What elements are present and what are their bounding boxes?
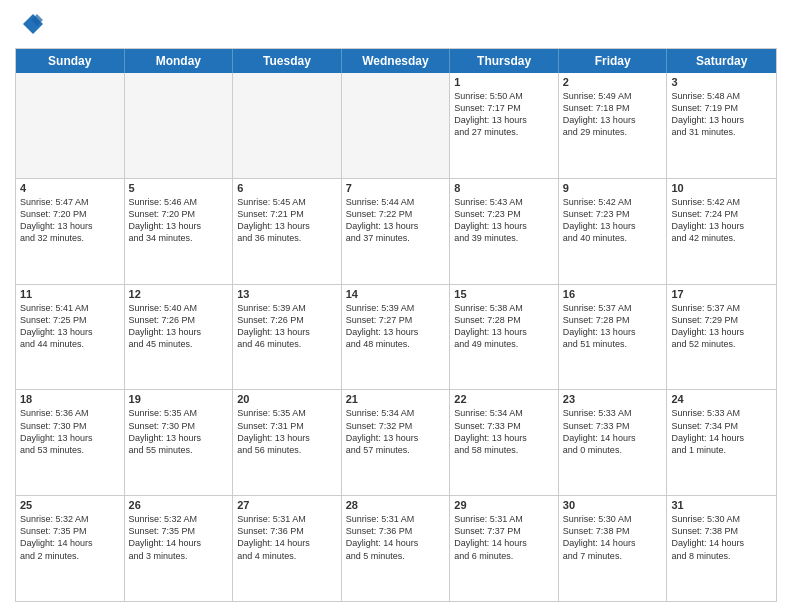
cal-cell-1-6: 10Sunrise: 5:42 AMSunset: 7:24 PMDayligh… bbox=[667, 179, 776, 284]
cal-cell-1-0: 4Sunrise: 5:47 AMSunset: 7:20 PMDaylight… bbox=[16, 179, 125, 284]
cal-cell-4-6: 31Sunrise: 5:30 AMSunset: 7:38 PMDayligh… bbox=[667, 496, 776, 601]
cal-cell-4-4: 29Sunrise: 5:31 AMSunset: 7:37 PMDayligh… bbox=[450, 496, 559, 601]
cell-info: Sunrise: 5:37 AMSunset: 7:28 PMDaylight:… bbox=[563, 302, 663, 351]
header bbox=[15, 10, 777, 40]
cell-info: Sunrise: 5:35 AMSunset: 7:30 PMDaylight:… bbox=[129, 407, 229, 456]
week-row-4: 25Sunrise: 5:32 AMSunset: 7:35 PMDayligh… bbox=[16, 496, 776, 601]
day-number: 21 bbox=[346, 393, 446, 405]
cell-info: Sunrise: 5:38 AMSunset: 7:28 PMDaylight:… bbox=[454, 302, 554, 351]
cal-cell-2-2: 13Sunrise: 5:39 AMSunset: 7:26 PMDayligh… bbox=[233, 285, 342, 390]
week-row-2: 11Sunrise: 5:41 AMSunset: 7:25 PMDayligh… bbox=[16, 285, 776, 391]
day-number: 23 bbox=[563, 393, 663, 405]
cell-info: Sunrise: 5:42 AMSunset: 7:23 PMDaylight:… bbox=[563, 196, 663, 245]
cell-info: Sunrise: 5:31 AMSunset: 7:36 PMDaylight:… bbox=[346, 513, 446, 562]
cal-cell-3-6: 24Sunrise: 5:33 AMSunset: 7:34 PMDayligh… bbox=[667, 390, 776, 495]
cell-info: Sunrise: 5:41 AMSunset: 7:25 PMDaylight:… bbox=[20, 302, 120, 351]
day-number: 5 bbox=[129, 182, 229, 194]
cell-info: Sunrise: 5:42 AMSunset: 7:24 PMDaylight:… bbox=[671, 196, 772, 245]
cal-cell-4-2: 27Sunrise: 5:31 AMSunset: 7:36 PMDayligh… bbox=[233, 496, 342, 601]
cell-info: Sunrise: 5:50 AMSunset: 7:17 PMDaylight:… bbox=[454, 90, 554, 139]
day-number: 16 bbox=[563, 288, 663, 300]
cell-info: Sunrise: 5:40 AMSunset: 7:26 PMDaylight:… bbox=[129, 302, 229, 351]
cal-cell-2-5: 16Sunrise: 5:37 AMSunset: 7:28 PMDayligh… bbox=[559, 285, 668, 390]
cell-info: Sunrise: 5:47 AMSunset: 7:20 PMDaylight:… bbox=[20, 196, 120, 245]
day-number: 12 bbox=[129, 288, 229, 300]
header-day-monday: Monday bbox=[125, 49, 234, 73]
week-row-0: 1Sunrise: 5:50 AMSunset: 7:17 PMDaylight… bbox=[16, 73, 776, 179]
day-number: 15 bbox=[454, 288, 554, 300]
cal-cell-4-1: 26Sunrise: 5:32 AMSunset: 7:35 PMDayligh… bbox=[125, 496, 234, 601]
cal-cell-3-3: 21Sunrise: 5:34 AMSunset: 7:32 PMDayligh… bbox=[342, 390, 451, 495]
header-day-friday: Friday bbox=[559, 49, 668, 73]
cal-cell-1-1: 5Sunrise: 5:46 AMSunset: 7:20 PMDaylight… bbox=[125, 179, 234, 284]
day-number: 10 bbox=[671, 182, 772, 194]
cal-cell-0-1 bbox=[125, 73, 234, 178]
cell-info: Sunrise: 5:33 AMSunset: 7:34 PMDaylight:… bbox=[671, 407, 772, 456]
cal-cell-4-5: 30Sunrise: 5:30 AMSunset: 7:38 PMDayligh… bbox=[559, 496, 668, 601]
header-day-wednesday: Wednesday bbox=[342, 49, 451, 73]
cal-cell-1-3: 7Sunrise: 5:44 AMSunset: 7:22 PMDaylight… bbox=[342, 179, 451, 284]
cell-info: Sunrise: 5:36 AMSunset: 7:30 PMDaylight:… bbox=[20, 407, 120, 456]
day-number: 31 bbox=[671, 499, 772, 511]
header-day-sunday: Sunday bbox=[16, 49, 125, 73]
cal-cell-0-6: 3Sunrise: 5:48 AMSunset: 7:19 PMDaylight… bbox=[667, 73, 776, 178]
cal-cell-4-3: 28Sunrise: 5:31 AMSunset: 7:36 PMDayligh… bbox=[342, 496, 451, 601]
week-row-3: 18Sunrise: 5:36 AMSunset: 7:30 PMDayligh… bbox=[16, 390, 776, 496]
cal-cell-2-0: 11Sunrise: 5:41 AMSunset: 7:25 PMDayligh… bbox=[16, 285, 125, 390]
day-number: 4 bbox=[20, 182, 120, 194]
day-number: 25 bbox=[20, 499, 120, 511]
day-number: 18 bbox=[20, 393, 120, 405]
cal-cell-2-3: 14Sunrise: 5:39 AMSunset: 7:27 PMDayligh… bbox=[342, 285, 451, 390]
cal-cell-2-1: 12Sunrise: 5:40 AMSunset: 7:26 PMDayligh… bbox=[125, 285, 234, 390]
day-number: 19 bbox=[129, 393, 229, 405]
cell-info: Sunrise: 5:44 AMSunset: 7:22 PMDaylight:… bbox=[346, 196, 446, 245]
cell-info: Sunrise: 5:39 AMSunset: 7:27 PMDaylight:… bbox=[346, 302, 446, 351]
day-number: 17 bbox=[671, 288, 772, 300]
cell-info: Sunrise: 5:34 AMSunset: 7:33 PMDaylight:… bbox=[454, 407, 554, 456]
cal-cell-3-1: 19Sunrise: 5:35 AMSunset: 7:30 PMDayligh… bbox=[125, 390, 234, 495]
calendar-header: SundayMondayTuesdayWednesdayThursdayFrid… bbox=[16, 49, 776, 73]
cell-info: Sunrise: 5:48 AMSunset: 7:19 PMDaylight:… bbox=[671, 90, 772, 139]
cal-cell-3-0: 18Sunrise: 5:36 AMSunset: 7:30 PMDayligh… bbox=[16, 390, 125, 495]
cal-cell-3-4: 22Sunrise: 5:34 AMSunset: 7:33 PMDayligh… bbox=[450, 390, 559, 495]
day-number: 30 bbox=[563, 499, 663, 511]
day-number: 1 bbox=[454, 76, 554, 88]
logo-icon bbox=[15, 10, 45, 40]
cell-info: Sunrise: 5:37 AMSunset: 7:29 PMDaylight:… bbox=[671, 302, 772, 351]
cell-info: Sunrise: 5:34 AMSunset: 7:32 PMDaylight:… bbox=[346, 407, 446, 456]
cell-info: Sunrise: 5:43 AMSunset: 7:23 PMDaylight:… bbox=[454, 196, 554, 245]
cell-info: Sunrise: 5:45 AMSunset: 7:21 PMDaylight:… bbox=[237, 196, 337, 245]
day-number: 26 bbox=[129, 499, 229, 511]
cell-info: Sunrise: 5:31 AMSunset: 7:36 PMDaylight:… bbox=[237, 513, 337, 562]
cal-cell-0-4: 1Sunrise: 5:50 AMSunset: 7:17 PMDaylight… bbox=[450, 73, 559, 178]
day-number: 7 bbox=[346, 182, 446, 194]
cell-info: Sunrise: 5:39 AMSunset: 7:26 PMDaylight:… bbox=[237, 302, 337, 351]
calendar-body: 1Sunrise: 5:50 AMSunset: 7:17 PMDaylight… bbox=[16, 73, 776, 601]
cell-info: Sunrise: 5:30 AMSunset: 7:38 PMDaylight:… bbox=[671, 513, 772, 562]
cal-cell-3-2: 20Sunrise: 5:35 AMSunset: 7:31 PMDayligh… bbox=[233, 390, 342, 495]
day-number: 6 bbox=[237, 182, 337, 194]
day-number: 9 bbox=[563, 182, 663, 194]
cal-cell-3-5: 23Sunrise: 5:33 AMSunset: 7:33 PMDayligh… bbox=[559, 390, 668, 495]
cal-cell-1-5: 9Sunrise: 5:42 AMSunset: 7:23 PMDaylight… bbox=[559, 179, 668, 284]
cal-cell-0-0 bbox=[16, 73, 125, 178]
day-number: 13 bbox=[237, 288, 337, 300]
cal-cell-2-4: 15Sunrise: 5:38 AMSunset: 7:28 PMDayligh… bbox=[450, 285, 559, 390]
cell-info: Sunrise: 5:35 AMSunset: 7:31 PMDaylight:… bbox=[237, 407, 337, 456]
cell-info: Sunrise: 5:46 AMSunset: 7:20 PMDaylight:… bbox=[129, 196, 229, 245]
page: SundayMondayTuesdayWednesdayThursdayFrid… bbox=[0, 0, 792, 612]
cal-cell-1-4: 8Sunrise: 5:43 AMSunset: 7:23 PMDaylight… bbox=[450, 179, 559, 284]
cal-cell-1-2: 6Sunrise: 5:45 AMSunset: 7:21 PMDaylight… bbox=[233, 179, 342, 284]
cal-cell-0-3 bbox=[342, 73, 451, 178]
cal-cell-2-6: 17Sunrise: 5:37 AMSunset: 7:29 PMDayligh… bbox=[667, 285, 776, 390]
cell-info: Sunrise: 5:32 AMSunset: 7:35 PMDaylight:… bbox=[129, 513, 229, 562]
week-row-1: 4Sunrise: 5:47 AMSunset: 7:20 PMDaylight… bbox=[16, 179, 776, 285]
cell-info: Sunrise: 5:33 AMSunset: 7:33 PMDaylight:… bbox=[563, 407, 663, 456]
cell-info: Sunrise: 5:32 AMSunset: 7:35 PMDaylight:… bbox=[20, 513, 120, 562]
header-day-tuesday: Tuesday bbox=[233, 49, 342, 73]
logo bbox=[15, 10, 49, 40]
day-number: 3 bbox=[671, 76, 772, 88]
header-day-thursday: Thursday bbox=[450, 49, 559, 73]
cell-info: Sunrise: 5:30 AMSunset: 7:38 PMDaylight:… bbox=[563, 513, 663, 562]
cal-cell-4-0: 25Sunrise: 5:32 AMSunset: 7:35 PMDayligh… bbox=[16, 496, 125, 601]
